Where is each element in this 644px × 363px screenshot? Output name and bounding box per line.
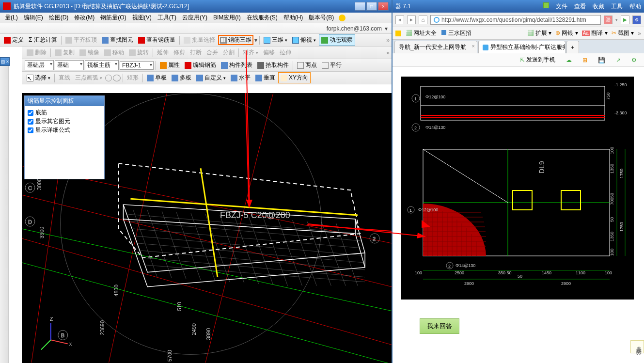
menu-view[interactable]: 视图(V) (129, 13, 155, 23)
rect-button[interactable]: 矩形 (125, 73, 141, 83)
define-button[interactable]: 定义 (2, 35, 26, 45)
ellipse-icon[interactable] (113, 75, 121, 81)
find-button[interactable]: 查找图元 (100, 35, 135, 45)
vert-button[interactable]: 垂直 (253, 73, 277, 83)
bm-site-all[interactable]: ▦ 网址大全 (406, 29, 437, 37)
horiz-button[interactable]: 水平 (229, 73, 252, 83)
menu-quantity[interactable]: 量(L) (2, 13, 21, 23)
refresh-button[interactable]: 鼹 (604, 16, 613, 24)
menu-bim[interactable]: BIM应用(I) (210, 13, 244, 23)
line-button[interactable]: 直线 (57, 73, 72, 83)
dynamic-button[interactable]: 动态观察 (319, 34, 355, 46)
option-button[interactable]: ⚙ (632, 16, 641, 24)
edit-rebar-button[interactable]: 编辑钢筋 (183, 60, 218, 70)
floor-select[interactable]: 基础层 (25, 60, 54, 70)
property-button[interactable]: 属性 (158, 60, 182, 70)
minimize-button[interactable]: _ (355, 2, 365, 11)
send-phone-button[interactable]: ⇱发送到手机 (517, 54, 559, 66)
extend-button[interactable]: 延伸 (155, 47, 171, 58)
tab-nav[interactable]: 导航_新一代安全上网导航× (394, 41, 477, 53)
fwd-button[interactable]: ► (407, 16, 416, 24)
menu-help[interactable]: 帮助(H) (281, 13, 306, 23)
maximize-button[interactable]: □ (366, 2, 377, 11)
pick-button[interactable]: 拾取构件 (255, 60, 291, 70)
single-button[interactable]: 单板 (145, 73, 169, 83)
copy-button[interactable]: 复制 (53, 47, 77, 58)
rebar-display-panel[interactable]: 钢筋显示控制面板 底筋 显示其它图元 显示详细公式 (24, 95, 105, 179)
menu-draw[interactable]: 绘图(D) (46, 13, 72, 23)
select-button[interactable]: ↖选择▾ (25, 73, 52, 83)
left-panel-strip[interactable] (0, 66, 9, 363)
close-button[interactable]: × (378, 2, 389, 11)
align-button[interactable]: 对齐▾ (241, 47, 260, 58)
bmenu-fav[interactable]: 收藏 (593, 2, 604, 11)
code-select[interactable]: FBZJ-1 (120, 61, 154, 70)
cloud-icon[interactable]: ☁ (563, 55, 575, 65)
trim-button[interactable]: 修剪 (172, 47, 187, 58)
merge-button[interactable]: 合并 (204, 47, 220, 58)
side-tab[interactable]: ⊞ × (0, 57, 10, 66)
chk-other[interactable]: 显示其它图元 (28, 117, 101, 126)
ext-translate[interactable]: Aa 翻译 ▾ (582, 29, 608, 37)
mirror-button[interactable]: 镜像 (78, 47, 101, 58)
xy-button[interactable]: XY方向 (278, 72, 311, 83)
multi-button[interactable]: 多板 (170, 73, 193, 83)
go-button[interactable]: ▶ (621, 16, 629, 24)
offset-button[interactable]: 偏移 (261, 47, 277, 58)
component-list-button[interactable]: 构件列表 (219, 60, 254, 70)
menu-edit[interactable]: 编辑(E) (21, 13, 46, 23)
svg-text:3890: 3890 (205, 328, 211, 340)
split-button[interactable]: 分割 (221, 47, 236, 58)
chk-bottom[interactable]: 底筋 (28, 109, 101, 117)
subtype-select[interactable]: 筏板主筋 (85, 60, 119, 70)
delete-button[interactable]: 删除 (25, 47, 48, 58)
bmenu-file[interactable]: 文件 (556, 2, 567, 11)
svg-marker-41 (246, 200, 252, 207)
break-button[interactable]: 打断 (188, 47, 204, 58)
persp-button[interactable]: 俯视▾ (290, 35, 318, 45)
chk-formula[interactable]: 显示详细公式 (28, 126, 101, 134)
star-icon[interactable] (395, 31, 401, 36)
stretch-button[interactable]: 拉伸 (278, 47, 293, 58)
level-button[interactable]: 平齐板顶 (63, 35, 99, 45)
menu-version[interactable]: 版本号(B) (306, 13, 337, 23)
ext-bank[interactable]: ⊛ 网银 ▾ (555, 29, 578, 37)
view3d-button[interactable]: 钢筋三维 (218, 35, 253, 45)
svg-line-39 (201, 168, 218, 277)
answer-button[interactable]: 我来回答 (420, 318, 459, 334)
menu-cloud[interactable]: 云应用(Y) (179, 13, 210, 23)
type-select[interactable]: 基础 (55, 60, 84, 70)
twopoint-button[interactable]: 两点 (295, 60, 319, 70)
bmenu-tool[interactable]: 工具 (611, 2, 623, 11)
menu-rebar[interactable]: 钢筋量(O) (97, 13, 129, 23)
3d-button[interactable]: 三维▾ (262, 35, 289, 45)
svg-text:100: 100 (605, 270, 612, 275)
bm-sanshui[interactable]: 三水区招 (441, 29, 471, 37)
bmenu-help[interactable]: 帮助 (629, 2, 641, 11)
menu-tool[interactable]: 工具(T) (155, 13, 179, 23)
rebar-qty-button[interactable]: 查看钢筋量 (136, 35, 177, 45)
parallel-button[interactable]: 平行 (320, 60, 344, 70)
new-tab-button[interactable]: + (566, 41, 579, 53)
bmenu-view[interactable]: 查看 (574, 2, 586, 11)
settings-icon[interactable]: ⚙ (628, 55, 640, 65)
sum-button[interactable]: Σ 汇总计算 (27, 35, 59, 45)
grid-icon[interactable]: ⊞ (579, 55, 591, 65)
move-button[interactable]: 移动 (102, 47, 126, 58)
back-button[interactable]: ◄ (395, 16, 404, 24)
ext-screenshot[interactable]: ✂ 截图 ▾ (612, 29, 634, 37)
home-button[interactable]: ⌂ (419, 16, 427, 24)
rotate-button[interactable]: 旋转 (127, 47, 151, 58)
batch-button[interactable]: 批量选择 (182, 35, 217, 45)
custom-button[interactable]: 自定义▾ (194, 73, 228, 83)
tab-question[interactable]: 异型独立基础绘制-广联达服务× (478, 41, 565, 53)
url-field[interactable]: http://www.fwxgx.com/question/gimq/detai… (430, 15, 601, 25)
save-icon[interactable]: 💾 (595, 55, 609, 65)
ext-expand[interactable]: ▦ 扩展 ▾ (528, 29, 551, 37)
menu-modify[interactable]: 修改(M) (71, 13, 97, 23)
menu-online[interactable]: 在线服务(S) (244, 13, 281, 23)
circle-icon[interactable] (105, 75, 112, 81)
svg-text:-2.300: -2.300 (614, 110, 627, 115)
arc-button[interactable]: 三点画弧▾ (73, 73, 104, 83)
share-icon[interactable]: ↗ (613, 55, 624, 65)
